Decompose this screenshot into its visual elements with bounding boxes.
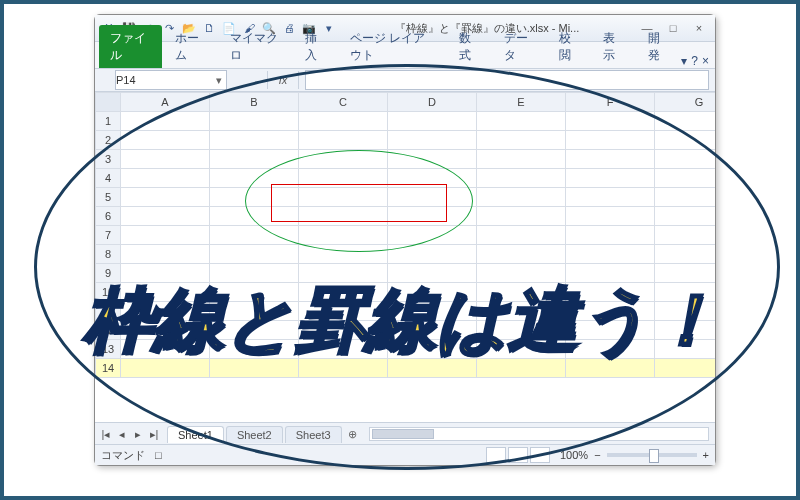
sheet-nav-first[interactable]: |◂ — [99, 428, 113, 441]
row-header[interactable]: 11 — [96, 302, 121, 321]
zoom-in-button[interactable]: + — [703, 449, 709, 461]
cell[interactable] — [655, 340, 716, 359]
ribbon-close-icon[interactable]: × — [702, 54, 709, 68]
zoom-slider-knob[interactable] — [649, 449, 659, 463]
zoom-percent[interactable]: 100% — [560, 449, 588, 461]
tab-mymacro[interactable]: マイマクロ — [219, 25, 292, 68]
cell[interactable] — [299, 131, 388, 150]
cell[interactable] — [566, 245, 655, 264]
row-header[interactable]: 5 — [96, 188, 121, 207]
cell[interactable] — [388, 302, 477, 321]
row-header[interactable]: 4 — [96, 169, 121, 188]
cell[interactable] — [388, 112, 477, 131]
row-header[interactable]: 3 — [96, 150, 121, 169]
zoom-out-button[interactable]: − — [594, 449, 600, 461]
cell[interactable] — [121, 131, 210, 150]
cell[interactable] — [477, 359, 566, 378]
cell[interactable] — [477, 302, 566, 321]
view-normal-button[interactable] — [486, 447, 506, 463]
cell[interactable] — [121, 264, 210, 283]
ribbon-dropdown-icon[interactable]: ▾ — [681, 54, 687, 68]
new-sheet-button[interactable]: ⊕ — [342, 426, 363, 443]
cell[interactable] — [299, 283, 388, 302]
cell[interactable] — [477, 188, 566, 207]
sheet-nav-last[interactable]: ▸| — [147, 428, 161, 441]
sheet-nav-next[interactable]: ▸ — [131, 428, 145, 441]
close-button[interactable]: × — [689, 21, 709, 35]
cell[interactable] — [566, 169, 655, 188]
cell[interactable] — [388, 283, 477, 302]
tab-data[interactable]: データ — [493, 25, 546, 68]
cell[interactable] — [655, 321, 716, 340]
cell[interactable] — [210, 264, 299, 283]
zoom-slider[interactable] — [607, 453, 697, 457]
sheet-tab-1[interactable]: Sheet1 — [167, 426, 224, 443]
name-box-dropdown-icon[interactable]: ▾ — [212, 74, 226, 87]
row-header[interactable]: 12 — [96, 321, 121, 340]
row-header[interactable]: 9 — [96, 264, 121, 283]
green-ellipse-shape[interactable] — [245, 150, 473, 252]
cell[interactable] — [388, 321, 477, 340]
horizontal-scrollbar[interactable] — [369, 427, 709, 441]
cell[interactable] — [477, 245, 566, 264]
help-icon[interactable]: ? — [691, 54, 698, 68]
cell[interactable] — [477, 283, 566, 302]
cell[interactable] — [210, 245, 299, 264]
cell[interactable] — [655, 226, 716, 245]
tab-file[interactable]: ファイル — [99, 25, 162, 68]
tab-developer[interactable]: 開発 — [637, 25, 680, 68]
tab-page-layout[interactable]: ページ レイアウト — [339, 25, 446, 68]
cell[interactable] — [655, 283, 716, 302]
select-all-corner[interactable] — [96, 93, 121, 112]
sheet-nav-prev[interactable]: ◂ — [115, 428, 129, 441]
cell[interactable] — [299, 302, 388, 321]
row-header[interactable]: 10 — [96, 283, 121, 302]
cell[interactable] — [388, 131, 477, 150]
cell[interactable] — [299, 321, 388, 340]
cell[interactable] — [121, 245, 210, 264]
col-header[interactable]: A — [121, 93, 210, 112]
cell[interactable] — [566, 340, 655, 359]
cell[interactable] — [477, 150, 566, 169]
cell[interactable] — [566, 207, 655, 226]
worksheet-grid[interactable]: ABCDEFG1234567891011121314 — [95, 92, 715, 422]
cell[interactable] — [299, 112, 388, 131]
col-header[interactable]: F — [566, 93, 655, 112]
cell[interactable] — [388, 264, 477, 283]
cell[interactable] — [566, 188, 655, 207]
cell[interactable] — [655, 359, 716, 378]
sheet-tab-3[interactable]: Sheet3 — [285, 426, 342, 443]
cell[interactable] — [121, 169, 210, 188]
cell[interactable] — [210, 131, 299, 150]
col-header[interactable]: C — [299, 93, 388, 112]
row-header[interactable]: 6 — [96, 207, 121, 226]
cell[interactable] — [121, 321, 210, 340]
cell[interactable] — [210, 283, 299, 302]
cell[interactable] — [477, 340, 566, 359]
cell[interactable] — [388, 359, 477, 378]
sheet-tab-2[interactable]: Sheet2 — [226, 426, 283, 443]
cell[interactable] — [655, 188, 716, 207]
tab-review[interactable]: 校閲 — [548, 25, 591, 68]
row-header[interactable]: 14 — [96, 359, 121, 378]
cell[interactable] — [655, 112, 716, 131]
tab-view[interactable]: 表示 — [592, 25, 635, 68]
row-header[interactable]: 8 — [96, 245, 121, 264]
hscroll-thumb[interactable] — [372, 429, 434, 439]
cell[interactable] — [121, 302, 210, 321]
macro-record-icon[interactable]: □ — [155, 449, 162, 461]
view-page-break-button[interactable] — [530, 447, 550, 463]
tab-home[interactable]: ホーム — [164, 25, 217, 68]
cell[interactable] — [121, 226, 210, 245]
name-box[interactable]: P14 ▾ — [115, 70, 227, 90]
cell[interactable] — [121, 207, 210, 226]
cell[interactable] — [121, 112, 210, 131]
cell[interactable] — [566, 283, 655, 302]
col-header[interactable]: G — [655, 93, 716, 112]
cell[interactable] — [566, 321, 655, 340]
cell[interactable] — [477, 169, 566, 188]
view-page-layout-button[interactable] — [508, 447, 528, 463]
cell[interactable] — [121, 340, 210, 359]
cell[interactable] — [477, 112, 566, 131]
cell[interactable] — [566, 226, 655, 245]
